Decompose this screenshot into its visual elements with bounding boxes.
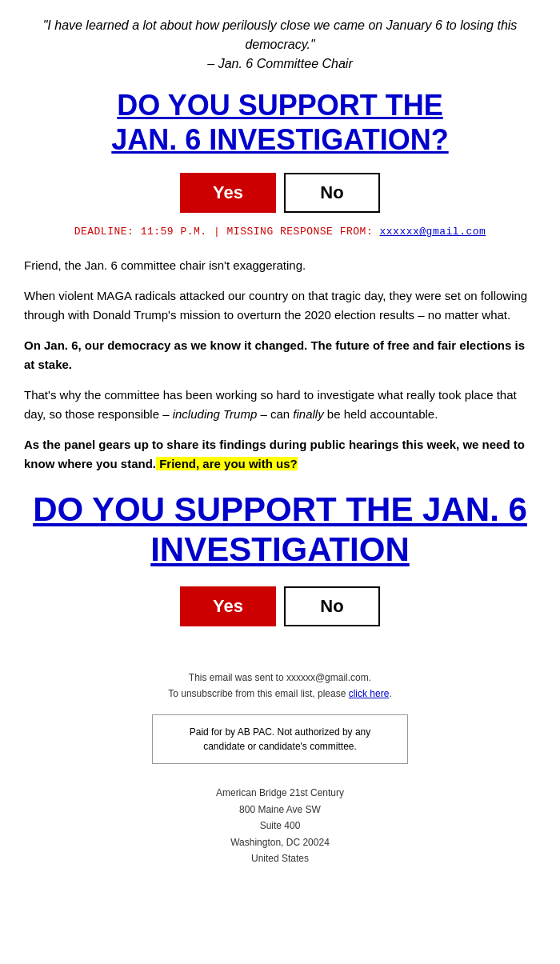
- p4-italic: including Trump: [170, 407, 258, 421]
- p5-highlight: Friend, are you with us?: [156, 457, 298, 470]
- footer-sent-pre: This email was sent to: [189, 672, 284, 683]
- address-line4: Washington, DC 20024: [230, 837, 330, 848]
- paid-for-box: Paid for by AB PAC. Not authorized by an…: [152, 714, 408, 764]
- no-button-1[interactable]: No: [284, 173, 380, 213]
- paragraph-4: That's why the committee has been workin…: [24, 386, 536, 424]
- email-container: "I have learned a lot about how perilous…: [0, 0, 560, 882]
- address-line3: Suite 400: [260, 820, 301, 831]
- quote-text: "I have learned a lot about how perilous…: [43, 18, 518, 51]
- yes-button-2[interactable]: Yes: [180, 586, 276, 626]
- footer-unsub-pre: To unsubscribe from this email list, ple…: [168, 688, 346, 699]
- paragraph-5: As the panel gears up to share its findi…: [24, 435, 536, 474]
- paid-for-text: Paid for by AB PAC. Not authorized by an…: [190, 726, 371, 752]
- deadline-text: DEADLINE: 11:59 P.M. | MISSING RESPONSE …: [74, 226, 374, 238]
- p4-post: – can: [257, 407, 290, 421]
- p4-finally: finally: [290, 407, 324, 421]
- headline2-line2: INVESTIGATION: [150, 530, 410, 568]
- headline1-line1: DO YOU SUPPORT THE: [117, 89, 442, 122]
- paragraph-2: When violent MAGA radicals attacked our …: [24, 286, 536, 325]
- address-line5: United States: [251, 853, 309, 864]
- footer-sent-email: xxxxxx@gmail.com: [286, 672, 369, 683]
- no-button-2[interactable]: No: [284, 586, 380, 626]
- deadline-email[interactable]: xxxxxx@gmail.com: [380, 226, 486, 238]
- paragraph-3: On Jan. 6, our democracy as we know it c…: [24, 336, 536, 374]
- p4-end: be held accountable.: [324, 407, 438, 421]
- button-row-1: Yes No: [24, 173, 536, 213]
- deadline-bar: DEADLINE: 11:59 P.M. | MISSING RESPONSE …: [24, 224, 536, 240]
- footer-section: This email was sent to xxxxxx@gmail.com.…: [24, 638, 536, 867]
- address-line1: American Bridge 21st Century: [216, 787, 344, 798]
- quote-section: "I have learned a lot about how perilous…: [24, 16, 536, 74]
- headline2-line1: DO YOU SUPPORT THE JAN. 6: [33, 490, 527, 528]
- footer-email-info: This email was sent to xxxxxx@gmail.com.…: [168, 670, 391, 702]
- quote-attribution: – Jan. 6 Committee Chair: [207, 57, 352, 70]
- headline-1: DO YOU SUPPORT THE JAN. 6 INVESTIGATION?: [24, 88, 536, 157]
- address-line2: 800 Maine Ave SW: [239, 804, 321, 815]
- button-row-2: Yes No: [24, 586, 536, 626]
- headline1-line2: JAN. 6 INVESTIGATION?: [111, 123, 448, 156]
- headline-2: DO YOU SUPPORT THE JAN. 6 INVESTIGATION: [24, 490, 536, 570]
- footer-unsub-link[interactable]: click here: [349, 688, 390, 699]
- paragraph-1: Friend, the Jan. 6 committee chair isn't…: [24, 256, 536, 275]
- address-section: American Bridge 21st Century 800 Maine A…: [216, 785, 344, 866]
- yes-button-1[interactable]: Yes: [180, 173, 276, 213]
